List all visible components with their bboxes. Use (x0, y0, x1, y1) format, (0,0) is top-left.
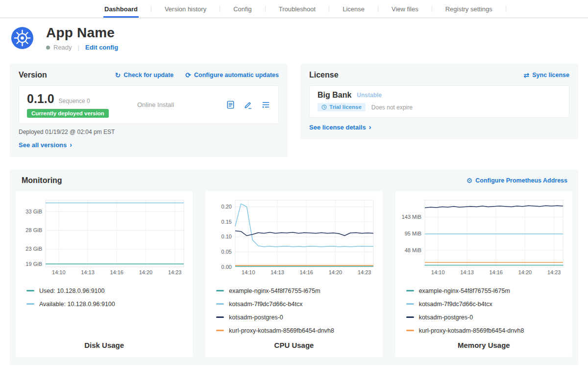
check-for-update-link[interactable]: ↻ Check for update (115, 72, 173, 78)
legend-color-swatch (216, 316, 224, 318)
see-all-versions-link[interactable]: See all versions › (19, 141, 72, 149)
chevron-right-icon: › (70, 141, 72, 149)
legend-color-swatch (216, 330, 224, 331)
nav-divider (329, 5, 329, 12)
app-status-text: Ready (53, 44, 72, 51)
disk-usage-chart: 33 GiB28 GiB23 GiB19 GiB14:1014:1314:161… (21, 197, 188, 282)
chevron-right-icon: › (369, 123, 371, 131)
memory-usage-chart: 143 MiB95 MiB48 MiB14:1014:1314:1614:201… (400, 197, 567, 282)
current-version-box: 0.1.0 Sequence 0 Currently deployed vers… (19, 85, 279, 124)
legend-label: kotsadm-7f9dc7d66c-b4tcx (229, 301, 302, 308)
license-assignee: Big Bank (318, 91, 351, 100)
cpu-usage-panel: 0.200.150.100.050.0014:1014:1314:1614:20… (205, 191, 382, 357)
legend-label: kotsadm-7f9dc7d66c-b4tcx (419, 301, 492, 308)
svg-text:33 GiB: 33 GiB (25, 208, 42, 214)
cpu-usage-chart: 0.200.150.100.050.0014:1014:1314:1614:20… (210, 197, 377, 282)
nav-divider (378, 5, 378, 12)
svg-text:14:20: 14:20 (329, 269, 343, 275)
tab-config[interactable]: Config (233, 0, 252, 18)
chart-title: Disk Usage (21, 334, 188, 349)
chart-title: Memory Usage (400, 334, 567, 349)
nav-divider (432, 5, 432, 12)
svg-text:14:23: 14:23 (168, 269, 182, 275)
svg-text:14:13: 14:13 (270, 269, 284, 275)
clock-icon (321, 105, 327, 110)
legend-label: Used: 10.128.0.96:9100 (39, 288, 104, 294)
svg-text:14:10: 14:10 (242, 269, 255, 275)
svg-text:0.10: 0.10 (221, 234, 232, 239)
chart-legend-item: Used: 10.128.0.96:9100 (26, 288, 188, 294)
chart-legend-item: Available: 10.128.0.96:9100 (26, 301, 188, 308)
app-header: App Name Ready | Edit config (0, 18, 588, 56)
configure-prometheus-link[interactable]: ⚙ Configure Prometheus Address (466, 177, 567, 184)
chart-legend-item: kurl-proxy-kotsadm-8569fb6454-dnvh8 (406, 327, 567, 334)
legend-color-swatch (406, 290, 414, 291)
svg-text:14:10: 14:10 (52, 269, 66, 275)
tab-dashboard[interactable]: Dashboard (104, 0, 138, 18)
see-license-details-link[interactable]: See license details › (309, 123, 371, 131)
legend-color-swatch (406, 303, 414, 305)
version-card-title: Version (19, 71, 47, 79)
chart-legend-item: example-nginx-54f8f76755-l675m (406, 288, 567, 294)
deployed-timestamp: Deployed 01/19/22 @ 02:04 pm EST (19, 129, 279, 135)
chart-canvas: 143 MiB95 MiB48 MiB14:1014:1314:1614:201… (401, 197, 566, 282)
sync-license-link[interactable]: ⇄ Sync license (524, 72, 569, 78)
schedule-icon: ⟳ (185, 72, 191, 78)
tab-troubleshoot[interactable]: Troubleshoot (279, 0, 316, 18)
nav-divider (151, 5, 151, 12)
version-sequence: Sequence 0 (59, 98, 90, 105)
legend-label: example-nginx-54f8f76755-l675m (419, 288, 510, 294)
divider: | (78, 44, 79, 51)
svg-text:0.05: 0.05 (221, 249, 232, 255)
memory-usage-panel: 143 MiB95 MiB48 MiB14:1014:1314:1614:201… (395, 191, 572, 357)
nav-divider (506, 5, 506, 12)
tab-license[interactable]: License (343, 0, 365, 18)
svg-text:143 MiB: 143 MiB (402, 214, 421, 220)
legend-label: kotsadm-postgres-0 (419, 314, 473, 321)
svg-text:14:16: 14:16 (299, 269, 313, 275)
edit-config-icon[interactable] (244, 100, 253, 109)
nav-divider (265, 5, 266, 12)
svg-text:0.00: 0.00 (221, 263, 232, 269)
refresh-icon: ↻ (115, 72, 121, 78)
license-expiration: Does not expire (371, 104, 413, 111)
nav-divider (220, 5, 220, 12)
tab-view-files[interactable]: View files (392, 0, 418, 18)
version-info: 0.1.0 Sequence 0 Currently deployed vers… (27, 92, 109, 118)
release-notes-icon[interactable] (226, 100, 235, 109)
legend-color-swatch (406, 330, 414, 331)
chart-legend-item: kotsadm-7f9dc7d66c-b4tcx (216, 301, 377, 308)
install-type-label: Online Install (137, 101, 226, 108)
tab-registry-settings[interactable]: Registry settings (445, 0, 492, 18)
legend-color-swatch (406, 316, 414, 318)
chart-legend-item: kotsadm-postgres-0 (406, 314, 567, 321)
svg-text:14:13: 14:13 (461, 269, 474, 275)
edit-config-link[interactable]: Edit config (85, 44, 118, 51)
license-card-title: License (309, 71, 339, 79)
legend-label: kurl-proxy-kotsadm-8569fb6454-dnvh8 (229, 327, 334, 334)
version-card: Version ↻ Check for update ⟳ Configure a… (10, 64, 288, 157)
tab-version-history[interactable]: Version history (165, 0, 206, 18)
license-box: Big Bank Unstable Trial license Does not… (309, 85, 569, 118)
deploy-logs-icon[interactable] (261, 100, 270, 109)
svg-text:14:20: 14:20 (139, 269, 152, 275)
chart-legend-item: example-nginx-54f8f76755-l675m (216, 288, 377, 294)
gear-icon: ⚙ (466, 177, 473, 184)
legend-color-swatch (216, 290, 224, 291)
disk-usage-legend: Used: 10.128.0.96:9100Available: 10.128.… (26, 288, 188, 308)
configure-automatic-updates-link[interactable]: ⟳ Configure automatic updates (185, 72, 279, 78)
legend-color-swatch (26, 303, 34, 305)
chart-title: CPU Usage (210, 334, 377, 349)
svg-text:23 GiB: 23 GiB (25, 246, 42, 252)
svg-text:28 GiB: 28 GiB (25, 227, 42, 233)
chart-legend-item: kotsadm-7f9dc7d66c-b4tcx (406, 301, 567, 308)
svg-text:19 GiB: 19 GiB (25, 261, 42, 267)
page-title: App Name (46, 25, 118, 41)
svg-text:0.15: 0.15 (221, 218, 232, 224)
chart-canvas: 33 GiB28 GiB23 GiB19 GiB14:1014:1314:161… (22, 197, 187, 282)
cards-row: Version ↻ Check for update ⟳ Configure a… (0, 64, 588, 157)
chart-canvas: 0.200.150.100.050.0014:1014:1314:1614:20… (212, 197, 376, 282)
svg-text:14:20: 14:20 (518, 269, 532, 275)
legend-label: kotsadm-postgres-0 (229, 314, 283, 321)
deployed-badge: Currently deployed version (27, 109, 109, 118)
